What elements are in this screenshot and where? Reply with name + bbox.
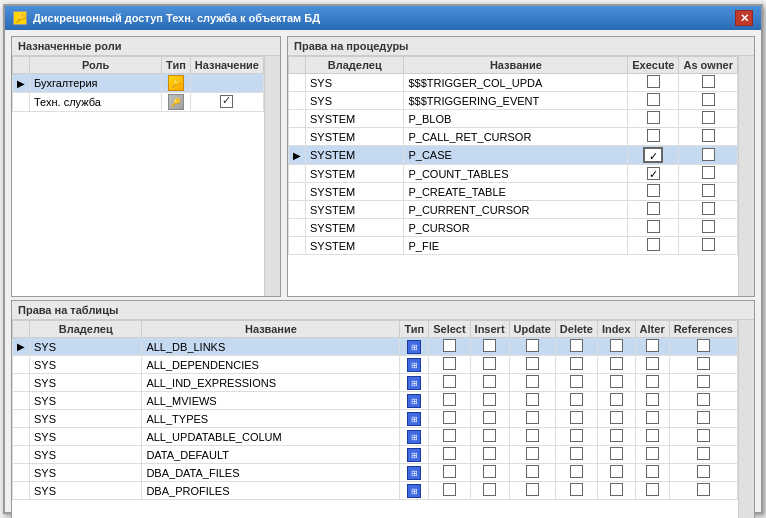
row-arrow [289,110,306,128]
checkbox-empty [443,339,456,352]
checkbox-empty [646,429,659,442]
checkbox-checked [220,95,233,108]
scrollbar-procedures[interactable] [738,56,754,296]
table-row[interactable]: SYS $$$TRIGGERING_EVENT [289,92,738,110]
table-row[interactable]: SYSTEM P_CURSOR [289,219,738,237]
proc-owner: SYSTEM [306,146,404,165]
table-row[interactable]: SYSALL_MVIEWS⊞ [13,392,738,410]
index-cell [597,392,635,410]
close-button[interactable]: ✕ [735,10,753,26]
table-name: DATA_DEFAULT [142,446,400,464]
table-row[interactable]: SYSDBA_DATA_FILES⊞ [13,464,738,482]
table-row[interactable]: SYSALL_IND_EXPRESSIONS⊞ [13,374,738,392]
insert-cell [470,428,509,446]
table-row[interactable]: SYSALL_DEPENDENCIES⊞ [13,356,738,374]
table-row[interactable]: SYSDBA_PROFILES⊞ [13,482,738,500]
row-arrow [13,93,30,112]
proc-owner: SYSTEM [306,183,404,201]
delete-cell [555,446,597,464]
table-owner: SYS [30,428,142,446]
checkbox-empty [610,357,623,370]
index-cell [597,356,635,374]
row-arrow [13,410,30,428]
table-row[interactable]: ▶ Бухгалтерия 🔑 [13,74,264,93]
col-owner: Владелец [30,321,142,338]
row-arrow [289,92,306,110]
row-arrow [289,237,306,255]
table-type-icon: ⊞ [400,392,429,410]
col-references: References [669,321,737,338]
execute-cell [628,183,679,201]
col-alter: Alter [635,321,669,338]
checkbox-empty [526,393,539,406]
main-window: 🔑 Дискреционный доступ Техн. служба к об… [3,4,763,514]
select-cell [429,356,470,374]
scrollbar-roles[interactable] [264,56,280,296]
table-row[interactable]: SYSALL_TYPES⊞ [13,410,738,428]
title-bar: 🔑 Дискреционный доступ Техн. служба к об… [5,6,761,30]
table-row[interactable]: SYSTEM P_CREATE_TABLE [289,183,738,201]
asowner-cell [679,74,738,92]
proc-name: $$$TRIGGERING_EVENT [404,92,628,110]
role-name: Техн. служба [30,93,162,112]
checkbox-empty [443,411,456,424]
table-row[interactable]: SYSALL_UPDATABLE_COLUM⊞ [13,428,738,446]
table-row[interactable]: SYS $$$TRIGGER_COL_UPDA [289,74,738,92]
index-cell [597,374,635,392]
update-cell [509,482,555,500]
checkbox-checked: ✓ [647,167,660,180]
checkbox-empty [647,184,660,197]
tables-grid[interactable]: Владелец Название Тип Select Insert Upda… [12,320,738,518]
table-row[interactable]: SYSTEM P_BLOB [289,110,738,128]
col-execute: Execute [628,57,679,74]
procedures-panel: Права на процедуры Владелец Название Exe… [287,36,755,297]
role-type-icon: 🔑 [162,74,191,93]
references-cell [669,392,737,410]
execute-cell [628,201,679,219]
asowner-cell [679,183,738,201]
table-row[interactable]: Техн. служба 🔑 [13,93,264,112]
select-cell [429,482,470,500]
roles-panel: Назначенные роли Роль Тип Назначение [11,36,281,297]
checkbox-empty [702,75,715,88]
col-index: Index [597,321,635,338]
references-cell [669,464,737,482]
checkbox-empty [647,129,660,142]
table-name: ALL_DEPENDENCIES [142,356,400,374]
alter-cell [635,356,669,374]
scrollbar-tables[interactable] [738,320,754,518]
checkbox-empty [443,429,456,442]
checkbox-empty [610,375,623,388]
references-cell [669,374,737,392]
table-row[interactable]: SYSDATA_DEFAULT⊞ [13,446,738,464]
checkbox-empty [526,357,539,370]
table-row[interactable]: SYSTEM P_COUNT_TABLES ✓ [289,165,738,183]
checkbox-empty [697,411,710,424]
table-owner: SYS [30,482,142,500]
checkbox-empty [646,339,659,352]
asowner-cell [679,92,738,110]
table-name: ALL_DB_LINKS [142,338,400,356]
checkbox-empty [702,129,715,142]
checkbox-empty [570,339,583,352]
table-row[interactable]: SYSTEM P_CURRENT_CURSOR [289,201,738,219]
table-row[interactable]: SYSTEM P_FIE [289,237,738,255]
update-cell [509,338,555,356]
table-row[interactable]: SYSTEM P_CALL_RET_CURSOR [289,128,738,146]
index-cell [597,428,635,446]
update-cell [509,410,555,428]
table-row[interactable]: ▶SYSALL_DB_LINKS⊞ [13,338,738,356]
proc-name: P_CASE [404,146,628,165]
proc-owner: SYS [306,74,404,92]
role-type-icon: 🔑 [162,93,191,112]
roles-grid[interactable]: Роль Тип Назначение ▶ Бухгалтерия 🔑 [12,56,264,296]
col-select: Select [429,321,470,338]
alter-cell [635,392,669,410]
procedures-grid[interactable]: Владелец Название Execute As owner SYS $… [288,56,738,296]
checkbox-empty [443,447,456,460]
table-row[interactable]: ▶ SYSTEM P_CASE ✓ [289,146,738,165]
delete-cell [555,374,597,392]
table-type-icon: ⊞ [400,374,429,392]
checkbox-empty [483,375,496,388]
asowner-cell [679,201,738,219]
